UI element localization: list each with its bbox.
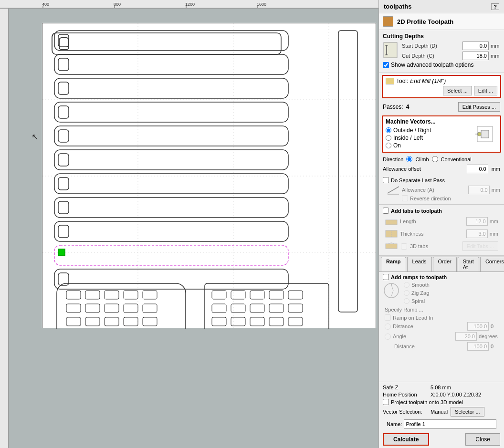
svg-rect-22 xyxy=(58,82,69,94)
ramp-distance-radio[interactable] xyxy=(385,323,391,330)
conventional-radio[interactable] xyxy=(432,156,438,162)
svg-rect-41 xyxy=(66,291,81,299)
spiral-radio[interactable] xyxy=(404,298,410,304)
svg-rect-42 xyxy=(85,291,100,299)
svg-rect-17 xyxy=(54,31,288,51)
edit-tool-button[interactable]: Edit ... xyxy=(474,86,497,95)
start-depth-input[interactable] xyxy=(462,42,489,50)
profile-icon xyxy=(383,16,393,27)
cursor-arrow: ↖ xyxy=(32,132,39,142)
machine-preview xyxy=(472,118,497,150)
svg-rect-75 xyxy=(269,304,284,313)
cut-depth-row: Cut Depth (C) mm xyxy=(402,52,500,60)
tab-ramp[interactable]: Ramp xyxy=(381,257,406,271)
tab-leads[interactable]: Leads xyxy=(407,257,432,271)
svg-rect-26 xyxy=(58,130,69,142)
ramp-distance2-row: Distance 0 xyxy=(385,342,500,351)
ramp-checkbox-row: Add ramps to toolpath xyxy=(383,274,500,280)
svg-rect-102 xyxy=(386,220,397,225)
svg-rect-24 xyxy=(58,106,69,118)
tab-start-at[interactable]: Start At xyxy=(458,257,479,271)
right-panel: toolpaths ? 2D Profile Toolpath Cutting … xyxy=(378,0,504,448)
allowance-a-label: Allowance (A) xyxy=(402,187,466,193)
start-depth-row: Start Depth (D) mm xyxy=(402,42,500,50)
svg-rect-68 xyxy=(231,291,245,299)
machine-vectors-section: Machine Vectors... Outside / Right Insid… xyxy=(382,115,501,153)
svg-rect-47 xyxy=(85,304,100,313)
smooth-radio[interactable] xyxy=(404,282,410,288)
svg-rect-19 xyxy=(54,54,288,74)
zigzag-label: Zig Zag xyxy=(411,290,429,296)
close-button[interactable]: Close xyxy=(465,433,500,446)
allowance-a-input[interactable] xyxy=(468,186,490,194)
tabs-section: Add tabs to toolpath Length mm Thickness… xyxy=(379,205,504,256)
calculate-button[interactable]: Calculate xyxy=(383,433,429,446)
smooth-row: Smooth xyxy=(404,282,430,288)
ramp-distance2-unit: 0 xyxy=(491,344,500,349)
ramp-checkbox[interactable] xyxy=(383,274,389,280)
tab-order[interactable]: Order xyxy=(433,257,457,271)
inside-left-radio[interactable] xyxy=(386,135,391,141)
direction-label: Direction xyxy=(383,156,403,162)
svg-rect-37 xyxy=(54,269,288,289)
select-tool-button[interactable]: Select ... xyxy=(443,86,472,95)
reverse-checkbox[interactable] xyxy=(402,195,408,201)
outside-right-label: Outside / Right xyxy=(393,127,431,134)
separate-pass-section: Do Separate Last Pass Allowance (A) mm R… xyxy=(379,174,504,205)
svg-rect-16 xyxy=(59,38,69,50)
svg-rect-74 xyxy=(250,304,264,313)
tab-corners[interactable]: Corners xyxy=(480,257,504,271)
advanced-checkbox[interactable] xyxy=(383,62,389,68)
svg-rect-52 xyxy=(85,317,100,326)
svg-rect-49 xyxy=(124,304,138,313)
selector-button[interactable]: Selector ... xyxy=(451,407,484,417)
help-icon[interactable]: ? xyxy=(491,3,499,10)
ramp-angle-unit: degrees xyxy=(479,333,500,339)
ramp-distance-unit: 0 xyxy=(491,323,500,329)
separate-pass-checkbox[interactable] xyxy=(383,177,389,183)
svg-rect-30 xyxy=(58,177,69,190)
ramp-angle-input[interactable] xyxy=(455,332,477,341)
svg-rect-53 xyxy=(105,317,119,326)
tab-bar: Ramp Leads Order Start At Corners xyxy=(379,256,504,272)
ruler-top: 400 800 1200 1600 xyxy=(0,0,378,9)
edit-tabs-button[interactable]: Edit Tabs ... xyxy=(462,241,498,251)
zigzag-radio[interactable] xyxy=(404,290,410,296)
project-checkbox[interactable] xyxy=(383,399,389,405)
outside-right-radio[interactable] xyxy=(386,127,391,133)
spiral-row: Spiral xyxy=(404,298,430,304)
svg-rect-97 xyxy=(481,130,489,138)
passes-label: Passes: xyxy=(383,104,403,110)
tabs-checkbox[interactable] xyxy=(383,208,389,214)
name-input[interactable] xyxy=(404,419,496,429)
cutting-depths-title: Cutting Depths xyxy=(383,33,500,40)
calc-row: Calculate Close xyxy=(383,433,500,446)
svg-rect-32 xyxy=(58,201,69,214)
tabs-3d-checkbox[interactable] xyxy=(401,243,407,250)
climb-radio[interactable] xyxy=(406,156,412,162)
canvas-area: 400 800 1200 1600 xyxy=(0,0,378,448)
edit-passes-button[interactable]: Edit Passes ... xyxy=(458,102,500,112)
name-row: Name: xyxy=(383,418,500,430)
allowance-row: Allowance offset mm xyxy=(379,164,504,174)
tabs-thickness-input[interactable] xyxy=(466,229,488,238)
ramp-distance-input[interactable] xyxy=(467,322,489,331)
advanced-checkbox-row: Show advanced toolpath options xyxy=(383,62,500,68)
allowance-input[interactable] xyxy=(467,165,488,173)
start-depth-unit: mm xyxy=(491,43,500,49)
cut-depth-input[interactable] xyxy=(462,52,489,60)
ramp-distance-label: Distance xyxy=(393,323,465,329)
ramp-angle-row: Angle degrees xyxy=(385,332,500,341)
svg-rect-46 xyxy=(66,304,81,313)
ramp-angle-radio[interactable] xyxy=(385,333,391,340)
bottom-section: Safe Z 5.08 mm Home Position X:0.00 Y:0.… xyxy=(379,382,504,448)
allowance-unit: mm xyxy=(492,166,500,172)
tabs-thickness-icon xyxy=(385,229,398,239)
svg-rect-79 xyxy=(250,317,264,326)
on-radio[interactable] xyxy=(386,143,391,148)
tabs-length-input[interactable] xyxy=(466,217,488,226)
ramp-type-row: Smooth Zig Zag Spiral xyxy=(383,282,500,305)
ramp-lead-checkbox[interactable] xyxy=(385,314,391,321)
smooth-label: Smooth xyxy=(411,282,430,288)
ramp-distance2-input[interactable] xyxy=(467,342,489,351)
